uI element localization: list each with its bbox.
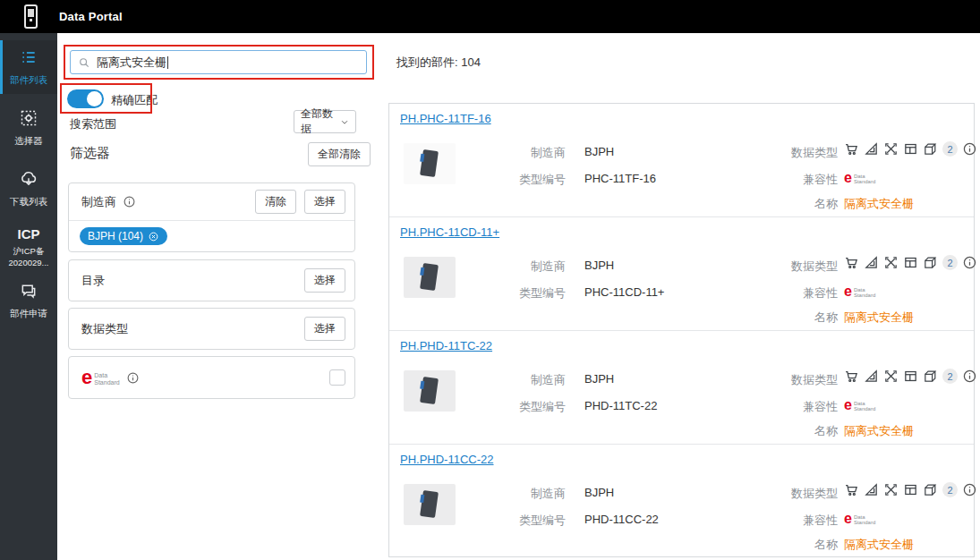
sidebar-item-part-request[interactable]: 部件申请: [0, 274, 57, 327]
manufacturer-value: BJPH: [584, 486, 614, 499]
name-label: 名称: [754, 310, 838, 326]
manufacturer-label: 制造商: [479, 259, 566, 275]
cart-icon[interactable]: [844, 141, 859, 157]
result-row: PH.PHD-11CC-22 制造商 BJPH 类型编号 PHD-11CC-22…: [389, 445, 974, 558]
manufacturer-clear-button[interactable]: 清除: [255, 190, 296, 214]
info-icon[interactable]: [962, 255, 977, 270]
filter-card-datatype: 数据类型 选择: [68, 308, 355, 350]
extra-count-badge[interactable]: 2: [942, 141, 958, 157]
info-icon[interactable]: [126, 371, 140, 385]
cart-icon[interactable]: [844, 482, 859, 497]
edata-standard-logo: e DataStandard: [844, 285, 875, 298]
set-square-icon[interactable]: [864, 141, 879, 157]
frame-3d-icon[interactable]: [883, 141, 899, 157]
part-link[interactable]: PH.PHC-11CD-11+: [400, 225, 499, 239]
compatibility-label: 兼容性: [754, 172, 838, 188]
part-thumbnail[interactable]: [404, 484, 456, 525]
search-input[interactable]: 隔离式安全栅: [70, 50, 367, 74]
app-title: Data Portal: [59, 0, 123, 33]
cube-icon[interactable]: [923, 141, 938, 157]
selector-icon: [20, 109, 38, 127]
extra-count-badge[interactable]: 2: [942, 482, 958, 497]
filter-card-manufacturer: 制造商 清除 选择 BJPH (104): [68, 182, 355, 252]
type-number-label: 类型编号: [479, 172, 566, 188]
manufacturer-value: BJPH: [584, 372, 614, 386]
search-icon: [78, 56, 90, 69]
list-icon: [20, 48, 38, 66]
sidebar-item-parts-list[interactable]: 部件列表: [0, 40, 57, 94]
name-label: 名称: [754, 537, 838, 553]
edata-standard-logo: e DataStandard: [844, 513, 875, 525]
search-query-text: 隔离式安全栅: [97, 55, 166, 71]
sidebar-item-label: 选择器: [0, 135, 57, 148]
icp-notice: ICP 沪ICP备 2020029...: [0, 216, 57, 274]
info-icon[interactable]: [123, 195, 136, 208]
type-number-label: 类型编号: [479, 399, 566, 415]
app-logo-icon: [24, 4, 38, 29]
info-icon[interactable]: [962, 141, 977, 157]
part-thumbnail[interactable]: [404, 143, 456, 184]
cube-icon[interactable]: [923, 482, 938, 497]
manufacturer-filter-chip[interactable]: BJPH (104): [80, 227, 167, 245]
exact-match-toggle[interactable]: [67, 89, 104, 108]
search-scope-dropdown[interactable]: 全部数据: [294, 110, 356, 133]
chat-icon: [20, 282, 38, 300]
part-link[interactable]: PH.PHC-11TF-16: [400, 112, 491, 125]
results-count: 找到的部件: 104: [396, 55, 481, 71]
filter-card-edata-standard: e DataStandard: [68, 356, 355, 399]
manufacturer-label: 制造商: [479, 145, 566, 161]
part-link[interactable]: PH.PHD-11TC-22: [400, 339, 492, 352]
edata-standard-checkbox[interactable]: [329, 369, 345, 386]
type-number-value: PHD-11TC-22: [584, 399, 657, 412]
part-thumbnail[interactable]: [404, 370, 456, 412]
data-type-label: 数据类型: [754, 145, 838, 161]
manufacturer-label: 制造商: [479, 486, 566, 502]
data-type-label: 数据类型: [754, 486, 838, 502]
sidebar-item-label: 下载列表: [0, 196, 57, 208]
frame-3d-icon[interactable]: [883, 255, 899, 270]
manufacturer-value: BJPH: [584, 259, 614, 272]
sidebar-item-download-list[interactable]: 下载列表: [0, 162, 57, 216]
set-square-icon[interactable]: [864, 482, 879, 497]
part-name-link[interactable]: 隔离式安全栅: [844, 423, 914, 439]
frame-3d-icon[interactable]: [883, 369, 899, 384]
result-row: PH.PHD-11TC-22 制造商 BJPH 类型编号 PHD-11TC-22…: [389, 331, 974, 445]
datatype-filter-label: 数据类型: [81, 321, 128, 337]
chip-label: BJPH (104): [88, 230, 143, 242]
info-icon[interactable]: [962, 482, 977, 497]
part-name-link[interactable]: 隔离式安全栅: [844, 310, 914, 326]
filter-card-catalog: 目录 选择: [68, 259, 355, 301]
type-number-value: PHD-11CC-22: [584, 513, 659, 526]
info-icon[interactable]: [962, 369, 977, 384]
extra-count-badge[interactable]: 2: [942, 255, 958, 270]
part-link[interactable]: PH.PHD-11CC-22: [400, 453, 494, 466]
part-name-link[interactable]: 隔离式安全栅: [844, 196, 914, 212]
manufacturer-filter-label: 制造商: [81, 194, 116, 210]
part-thumbnail[interactable]: [404, 257, 456, 298]
cart-icon[interactable]: [844, 369, 859, 384]
sidebar-item-selector[interactable]: 选择器: [0, 101, 57, 155]
cube-icon[interactable]: [923, 255, 938, 270]
datasheet-icon[interactable]: [903, 141, 918, 157]
remove-chip-icon[interactable]: [148, 231, 159, 242]
catalog-select-button[interactable]: 选择: [304, 268, 345, 293]
clear-all-filters-button[interactable]: 全部清除: [308, 142, 371, 166]
set-square-icon[interactable]: [864, 369, 879, 384]
datasheet-icon[interactable]: [903, 369, 918, 384]
results-list: PH.PHC-11TF-16 制造商 BJPH 类型编号 PHC-11TF-16…: [388, 103, 975, 557]
frame-3d-icon[interactable]: [883, 482, 899, 497]
set-square-icon[interactable]: [864, 255, 879, 270]
datasheet-icon[interactable]: [903, 482, 918, 497]
type-number-value: PHC-11CD-11+: [584, 285, 664, 299]
datasheet-icon[interactable]: [903, 255, 918, 270]
cube-icon[interactable]: [923, 369, 938, 384]
data-type-label: 数据类型: [754, 259, 838, 275]
cart-icon[interactable]: [844, 255, 859, 270]
part-name-link[interactable]: 隔离式安全栅: [844, 537, 914, 553]
extra-count-badge[interactable]: 2: [942, 369, 958, 384]
manufacturer-select-button[interactable]: 选择: [304, 190, 345, 214]
type-number-label: 类型编号: [479, 513, 566, 529]
search-scope-label: 搜索范围: [70, 116, 116, 132]
data-type-icons: 2: [844, 369, 977, 384]
datatype-select-button[interactable]: 选择: [304, 317, 345, 341]
